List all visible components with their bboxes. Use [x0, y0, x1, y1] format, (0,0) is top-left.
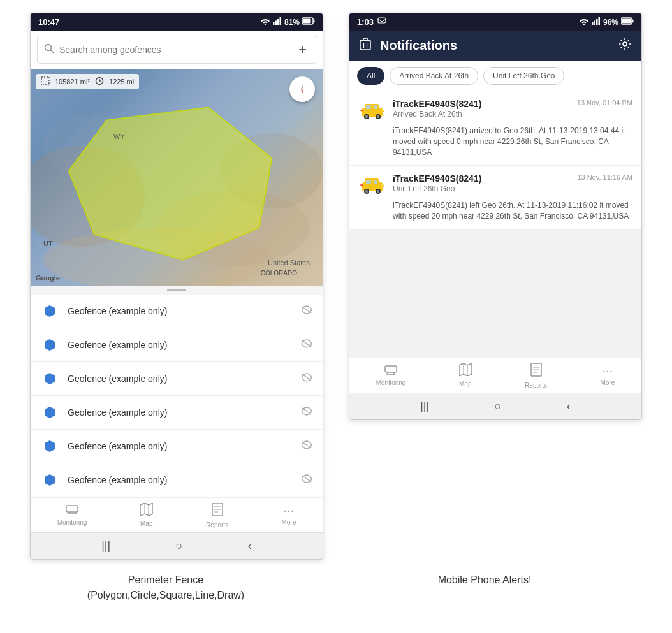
right-status-bar: 1:03 96% [349, 13, 641, 31]
us-label: United States [268, 259, 310, 266]
nav-map-right[interactable]: Map [459, 363, 472, 389]
notification-item-2[interactable]: iTrackEF4940S(8241) Unit Left 26th Geo 1… [349, 166, 641, 230]
nav-monitoring[interactable]: Monitoring [57, 503, 87, 528]
svg-marker-23 [45, 305, 55, 317]
filter-all[interactable]: All [357, 67, 384, 85]
map-icon [140, 503, 153, 519]
left-caption: Perimeter Fence(Polygon,Circle,Square,Li… [19, 572, 312, 603]
svg-rect-1 [273, 22, 275, 25]
svg-rect-35 [66, 506, 78, 512]
svg-rect-2 [275, 21, 277, 25]
reports-icon-right [530, 363, 543, 381]
nav-reports-right[interactable]: Reports [525, 363, 547, 389]
wifi-icon [260, 17, 270, 27]
nav-more[interactable]: ··· More [281, 503, 296, 528]
svg-marker-31 [45, 440, 55, 452]
svg-rect-65 [366, 105, 371, 109]
wy-label: WY [113, 133, 125, 140]
battery-left: 81% [284, 18, 300, 27]
bottom-nav-right: Monitoring Map Reports ··· More [349, 358, 641, 393]
left-time: 10:47 [38, 17, 59, 27]
geofence-list: Geofence (example only) Geofence (exampl… [31, 295, 323, 497]
geofence-name-2: Geofence (example only) [68, 340, 292, 350]
list-item[interactable]: Geofence (example only) [31, 463, 323, 497]
notif-time-2: 13 Nov, 11:16 AM [577, 173, 632, 181]
home-icon-right[interactable]: ○ [495, 400, 502, 413]
svg-rect-48 [592, 22, 594, 25]
filter-left[interactable]: Unit Left 26th Geo [483, 67, 564, 85]
recent-apps-icon[interactable]: ||| [101, 539, 110, 553]
more-label: More [281, 519, 296, 526]
svg-point-82 [377, 190, 379, 193]
nav-map[interactable]: Map [140, 503, 153, 528]
settings-button[interactable] [618, 38, 631, 54]
svg-rect-7 [303, 19, 311, 24]
eye-icon-4 [301, 407, 312, 418]
svg-marker-91 [459, 363, 472, 376]
map-container: 105821 mi² 1225 mi WY UT United States C… [31, 69, 323, 286]
geofence-icon-6 [41, 471, 59, 489]
svg-rect-3 [277, 19, 279, 25]
home-icon[interactable]: ○ [176, 539, 183, 553]
delete-button[interactable] [360, 37, 371, 54]
right-caption: Mobile Phone Alerts! [338, 572, 631, 603]
recent-apps-icon-right[interactable]: ||| [420, 400, 429, 413]
svg-rect-73 [381, 110, 384, 111]
svg-point-68 [365, 115, 368, 118]
scroll-indicator [31, 286, 323, 295]
compass-button[interactable] [289, 76, 315, 102]
back-icon-right[interactable]: ‹ [567, 400, 571, 413]
eye-icon-3 [301, 373, 312, 384]
svg-point-47 [583, 24, 585, 25]
geofence-icon-2 [41, 336, 59, 354]
list-item[interactable]: Geofence (example only) [31, 328, 323, 362]
nav-monitoring-right[interactable]: Monitoring [376, 363, 406, 389]
back-icon[interactable]: ‹ [248, 539, 252, 553]
svg-rect-46 [378, 18, 386, 23]
left-phone-screen: 10:47 81% + [30, 13, 323, 560]
geofence-name-6: Geofence (example only) [68, 475, 292, 485]
list-item[interactable]: Geofence (example only) [31, 295, 323, 328]
geofence-icon-4 [41, 404, 59, 421]
svg-point-70 [377, 115, 379, 118]
svg-marker-27 [45, 373, 55, 384]
search-input[interactable] [59, 45, 291, 55]
search-bar[interactable]: + [37, 36, 316, 64]
reports-label: Reports [206, 521, 228, 528]
monitoring-label-right: Monitoring [376, 379, 406, 386]
map-svg [31, 69, 323, 286]
search-icon [44, 43, 54, 56]
svg-point-62 [623, 42, 627, 46]
notif-time-1: 13 Nov, 01:04 PM [577, 99, 632, 106]
list-item[interactable]: Geofence (example only) [31, 430, 323, 463]
svg-rect-55 [360, 40, 370, 50]
svg-rect-4 [279, 17, 281, 25]
nav-more-right[interactable]: ··· More [600, 363, 615, 389]
google-logo: Google [36, 274, 60, 282]
right-phone-screen: 1:03 96% N [349, 13, 642, 420]
svg-rect-78 [374, 180, 377, 184]
map-label-right: Map [459, 381, 471, 388]
device-name-1: iTrackEF4940S(8241) [393, 99, 571, 109]
notification-item-1[interactable]: iTrackEF4940S(8241) Arrived Back At 26th… [349, 91, 641, 166]
area-value: 105821 mi² [55, 78, 90, 85]
more-icon: ··· [284, 503, 295, 518]
svg-rect-54 [622, 19, 631, 24]
eye-icon-6 [301, 474, 312, 486]
list-item[interactable]: Geofence (example only) [31, 396, 323, 430]
add-geofence-button[interactable]: + [296, 41, 309, 58]
geofence-icon-3 [41, 370, 59, 388]
svg-rect-87 [385, 366, 397, 372]
list-item[interactable]: Geofence (example only) [31, 362, 323, 396]
notification-list: iTrackEF4940S(8241) Arrived Back At 26th… [349, 91, 641, 230]
map-stats: 105821 mi² 1225 mi [36, 74, 139, 89]
battery-icon-left [302, 17, 315, 27]
notif-info-2: iTrackEF4940S(8241) Unit Left 26th Geo [393, 173, 571, 193]
empty-area [349, 230, 641, 358]
map-label: Map [140, 520, 152, 527]
nav-reports[interactable]: Reports [206, 503, 228, 528]
filter-arrived[interactable]: Arrived Back At 26th [390, 67, 478, 85]
filter-tabs: All Arrived Back At 26th Unit Left 26th … [349, 61, 641, 91]
svg-marker-29 [45, 407, 55, 418]
message-icon [377, 17, 386, 27]
